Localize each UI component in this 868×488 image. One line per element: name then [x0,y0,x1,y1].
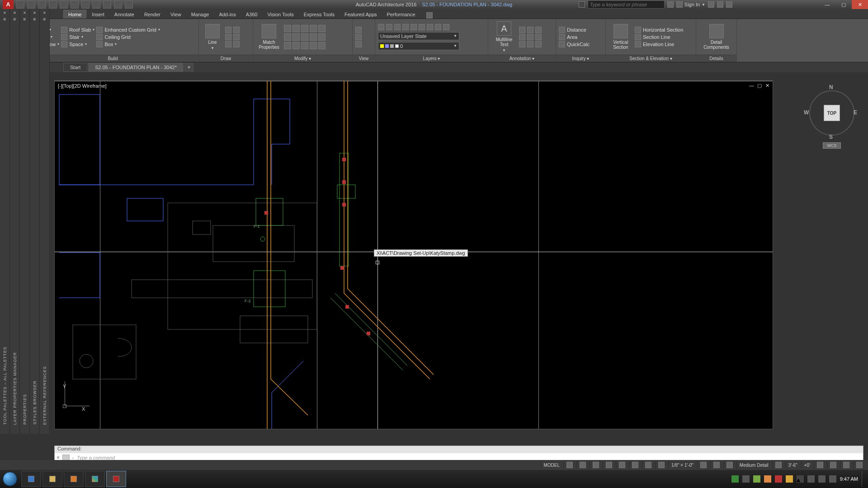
grid-toggle[interactable] [563,461,576,469]
tag-icon[interactable] [535,27,542,33]
anno-icon[interactable] [535,41,542,47]
tab-insert[interactable]: Insert [87,10,109,19]
compass-n[interactable]: N [829,84,833,90]
details-button[interactable]: Detail Components [699,23,734,51]
stair-button[interactable]: Stair▾ [61,34,94,40]
layer-icon[interactable] [394,24,401,30]
app-menu-button[interactable]: A [3,0,14,9]
start-button[interactable] [0,470,20,488]
qat-icon[interactable] [114,0,122,9]
help-icon[interactable] [726,1,732,8]
task-explorer[interactable] [42,471,62,487]
anno-icon[interactable] [519,41,525,47]
minimize-button[interactable]: — [819,0,835,9]
otrack-toggle[interactable] [629,461,641,469]
undo-icon[interactable] [60,0,68,9]
panel-title-view[interactable]: View [353,55,375,62]
clock[interactable]: 9:47 AM [840,476,858,482]
arc-icon[interactable] [225,34,231,40]
move-icon[interactable] [284,25,291,32]
polar-toggle[interactable] [603,461,615,469]
trim-icon[interactable] [310,25,317,32]
flag-icon[interactable] [829,475,836,483]
task-player[interactable] [64,471,84,487]
anno-icon[interactable] [535,34,542,40]
area-button[interactable]: Area [559,34,590,40]
task-chrome[interactable] [85,471,105,487]
customgrid-button[interactable]: Enhanced Custom Grid▾ [96,27,160,33]
show-desktop-button[interactable] [862,471,865,487]
anno-icon[interactable] [527,34,533,40]
layer-icon[interactable] [427,24,433,30]
custom-toggle[interactable] [853,461,865,469]
fillet-icon[interactable] [301,33,308,41]
redo-icon[interactable] [71,0,79,9]
ortho-toggle[interactable] [590,461,602,469]
close-button[interactable]: ✕ [852,0,868,9]
clean-toggle[interactable] [840,461,852,469]
ellipse-icon[interactable] [233,41,240,47]
close-icon[interactable]: × [24,10,26,15]
hw-toggle[interactable] [827,461,839,469]
compass-w[interactable]: W [804,109,809,116]
mtext-button[interactable]: AMultiline Text▼ [491,20,517,53]
layer-state-dropdown[interactable]: Unsaved Layer State▼ [378,32,459,40]
open-icon[interactable] [27,0,35,9]
compass-s[interactable]: S [829,134,833,140]
tray-icon[interactable] [764,475,771,483]
erase-icon[interactable] [292,42,300,49]
model-toggle[interactable]: MODEL [541,461,563,469]
palette-tool-palettes[interactable]: ×≡TOOL PALETTES – ALL PALETTES [0,9,10,434]
elev1-readout[interactable]: 3'-6" [785,461,800,469]
panel-title-annotation[interactable]: Annotation ▾ [488,55,556,62]
join-icon[interactable] [301,42,308,49]
monitor-toggle[interactable] [723,461,736,469]
layer-icon[interactable] [443,24,449,30]
palette-xref[interactable]: ×≡EXTERNAL REFERENCES [40,9,50,434]
qat-dropdown-icon[interactable] [125,0,133,9]
layer-icon[interactable] [386,24,392,30]
palette-layer-manager[interactable]: ×≡LAYER PROPERTIES MANAGER [10,9,20,434]
tab-express-tools[interactable]: Express Tools [299,10,339,19]
tab-view[interactable]: View [166,10,186,19]
compass-e[interactable]: E [854,109,857,116]
sectionline-button[interactable]: Section Line [635,34,683,40]
tab-annotate[interactable]: Annotate [110,10,139,19]
maximize-button[interactable]: ▢ [835,0,852,9]
lwt-toggle[interactable] [655,461,667,469]
view-icon[interactable] [355,34,362,40]
search-input[interactable] [588,0,665,9]
layerprop-icon[interactable] [378,24,384,30]
close-icon[interactable]: × [43,10,46,15]
tab-manage[interactable]: Manage [187,10,214,19]
rect-icon[interactable] [233,34,240,40]
panel-title-layers[interactable]: Layers ▾ [375,55,488,62]
gear-toggle[interactable] [697,461,709,469]
line-button[interactable]: Line▼ [202,23,223,51]
signin-button[interactable]: Sign In ▼ [676,1,705,8]
space-button[interactable]: Space▾ [61,41,94,47]
distance-button[interactable]: Distance [559,27,590,33]
polyline-icon[interactable] [225,27,231,33]
viewcube-top[interactable]: TOP [824,105,840,121]
leader-icon[interactable] [527,27,533,33]
matchprops-button[interactable]: Match Properties [256,23,282,51]
tray-icon[interactable] [786,475,793,483]
dim-icon[interactable] [519,27,525,33]
task-autocad[interactable] [106,471,126,487]
panel-title-section[interactable]: Section & Elevation ▾ [606,55,696,62]
viewcube[interactable]: TOP N S E W WCS [805,86,859,154]
offset-icon[interactable] [318,33,326,41]
copy-icon[interactable] [292,25,300,32]
a360-icon[interactable] [717,1,723,8]
current-layer-dropdown[interactable]: 0 ▼ [378,42,459,50]
ribbon-options-icon[interactable] [426,12,433,19]
hatch-icon[interactable] [225,41,231,47]
palette-properties[interactable]: ×≡PROPERTIES [20,9,30,434]
dyn-toggle[interactable] [642,461,654,469]
pin-icon[interactable]: ≡ [24,17,26,22]
volume-icon[interactable] [807,475,815,483]
view-icon[interactable] [355,41,362,47]
exchange-icon[interactable] [708,1,714,8]
save-icon[interactable] [38,0,46,9]
